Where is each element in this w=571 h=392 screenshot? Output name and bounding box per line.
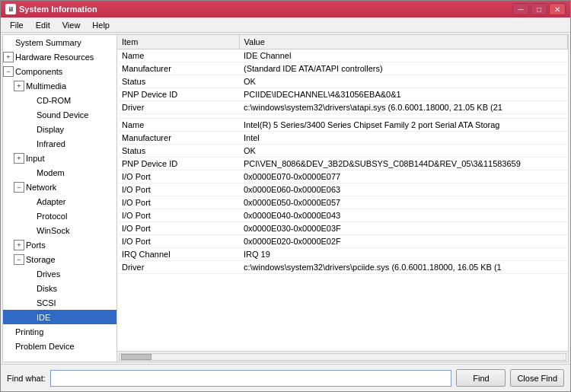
find-input[interactable] (50, 370, 452, 387)
tree-label-display: Display (37, 125, 64, 134)
tree-leaf-cd-rom (24, 95, 35, 106)
tree-label-storage: Storage (26, 255, 56, 264)
table-row: Driverc:\windows\system32\drivers\pciide… (117, 261, 568, 274)
tree-leaf-scsi (24, 298, 35, 308)
table-cell-value: 0x0000E060-0x0000E063 (239, 183, 568, 196)
tree-node-ports[interactable]: +Ports (3, 237, 116, 252)
window-icon: 🖥 (5, 4, 16, 14)
table-row: I/O Port0x0000E050-0x0000E057 (117, 196, 568, 209)
table-cell-value: c:\windows\system32\drivers\atapi.sys (6… (239, 101, 568, 114)
tree-node-cd-rom[interactable]: CD-ROM (3, 93, 116, 107)
tree-leaf-adapter (24, 196, 35, 207)
find-bar: Find what: Find Close Find (1, 364, 570, 391)
tree-expander-ports[interactable]: + (14, 240, 24, 250)
tree-node-system-summary[interactable]: +System Summary (3, 35, 116, 49)
tree-node-components[interactable]: −Components (3, 64, 116, 78)
tree-node-infrared[interactable]: Infrared (3, 136, 116, 151)
tree-expander-network[interactable]: − (14, 182, 24, 193)
table-row: NameIDE Channel (117, 49, 568, 62)
tree-node-ide[interactable]: IDE (3, 310, 116, 324)
tree-node-winsock[interactable]: WinSock (3, 223, 116, 237)
table-cell-item: Status (117, 145, 239, 158)
tree-label-drives: Drives (37, 269, 60, 279)
details-hscrollbar[interactable] (117, 351, 568, 362)
tree-label-network: Network (26, 183, 56, 192)
tree-node-disks[interactable]: Disks (3, 281, 116, 295)
table-cell-item: I/O Port (117, 171, 239, 183)
table-cell-item: Name (117, 119, 239, 132)
tree-label-input: Input (26, 154, 44, 163)
table-row: StatusOK (117, 145, 568, 158)
col-header-item: Item (117, 35, 239, 49)
tree-node-hardware-resources[interactable]: +Hardware Resources (3, 49, 116, 64)
tree-expander-components[interactable]: − (3, 66, 14, 77)
menu-bar: File Edit View Help (1, 18, 570, 33)
table-cell-value: 0x0000E030-0x0000E03F (239, 222, 568, 235)
table-cell-item: Driver (117, 101, 239, 114)
tree-node-storage[interactable]: −Storage (3, 252, 116, 266)
table-cell-value: 0x0000E070-0x0000E077 (239, 171, 568, 183)
title-bar: 🖥 System Information ─ □ ✕ (1, 1, 570, 18)
table-cell-item: IRQ Channel (117, 248, 239, 261)
table-row: PNP Device IDPCIIDE\IDECHANNEL\4&31056EB… (117, 88, 568, 101)
menu-view[interactable]: View (56, 19, 87, 31)
menu-help[interactable]: Help (86, 19, 116, 31)
main-window: 🖥 System Information ─ □ ✕ File Edit Vie… (0, 0, 571, 392)
tree-label-system-summary: System Summary (15, 38, 81, 47)
tree-node-scsi[interactable]: SCSI (3, 295, 116, 310)
find-button[interactable]: Find (456, 369, 506, 387)
window-controls: ─ □ ✕ (512, 3, 566, 15)
table-cell-item: PNP Device ID (117, 158, 239, 171)
tree-node-modem[interactable]: Modem (3, 165, 116, 180)
tree-node-adapter[interactable]: Adapter (3, 194, 116, 209)
table-cell-item: I/O Port (117, 183, 239, 196)
tree-node-problem-device[interactable]: Problem Device (3, 339, 116, 353)
tree-leaf-ide (24, 312, 35, 323)
table-row: Manufacturer(Standard IDE ATA/ATAPI cont… (117, 62, 568, 75)
maximize-button[interactable]: □ (531, 3, 547, 15)
table-row: I/O Port0x0000E030-0x0000E03F (117, 222, 568, 235)
menu-edit[interactable]: Edit (30, 19, 56, 31)
table-cell-item: I/O Port (117, 196, 239, 209)
tree-node-sound-device[interactable]: Sound Device (3, 107, 116, 122)
tree-expander-hardware-resources[interactable]: + (3, 52, 14, 62)
table-row: ManufacturerIntel (117, 132, 568, 145)
table-cell-value: 0x0000E050-0x0000E057 (239, 196, 568, 209)
tree-label-hardware-resources: Hardware Resources (15, 53, 94, 62)
tree-panel[interactable]: +System Summary+Hardware Resources−Compo… (3, 35, 117, 362)
tree-label-infrared: Infrared (37, 139, 65, 148)
table-row: IRQ ChannelIRQ 19 (117, 248, 568, 261)
close-button[interactable]: ✕ (549, 3, 566, 15)
close-find-button[interactable]: Close Find (510, 369, 564, 387)
tree-node-printing[interactable]: Printing (3, 324, 116, 339)
tree-node-display[interactable]: Display (3, 122, 116, 136)
table-cell-item: Manufacturer (117, 62, 239, 75)
col-header-value: Value (239, 35, 568, 49)
table-cell-item: Manufacturer (117, 132, 239, 145)
table-cell-item: Status (117, 75, 239, 88)
tree-expander-multimedia[interactable]: + (14, 81, 24, 91)
tree-expander-input[interactable]: + (14, 153, 24, 164)
tree-node-network[interactable]: −Network (3, 180, 116, 194)
table-cell-value: OK (239, 145, 568, 158)
tree-leaf-display (24, 124, 35, 135)
minimize-button[interactable]: ─ (512, 3, 529, 15)
table-cell-value: OK (239, 75, 568, 88)
menu-file[interactable]: File (4, 19, 30, 31)
tree-label-components: Components (15, 67, 62, 76)
content-area: +System Summary+Hardware Resources−Compo… (2, 34, 569, 362)
tree-leaf-disks (24, 283, 35, 294)
tree-node-protocol[interactable]: Protocol (3, 209, 116, 223)
tree-node-multimedia[interactable]: +Multimedia (3, 78, 116, 93)
table-cell-item: I/O Port (117, 209, 239, 222)
tree-label-cd-rom: CD-ROM (37, 96, 71, 105)
table-cell-value: IDE Channel (239, 49, 568, 62)
details-table: Item Value NameIDE ChannelManufacturer(S… (117, 35, 568, 274)
tree-node-drives[interactable]: Drives (3, 266, 116, 281)
table-row: StatusOK (117, 75, 568, 88)
table-cell-item: I/O Port (117, 222, 239, 235)
tree-node-input[interactable]: +Input (3, 151, 116, 165)
tree-expander-storage[interactable]: − (14, 254, 24, 265)
tree-leaf-drives (24, 269, 35, 279)
details-scroll[interactable]: Item Value NameIDE ChannelManufacturer(S… (117, 35, 568, 351)
